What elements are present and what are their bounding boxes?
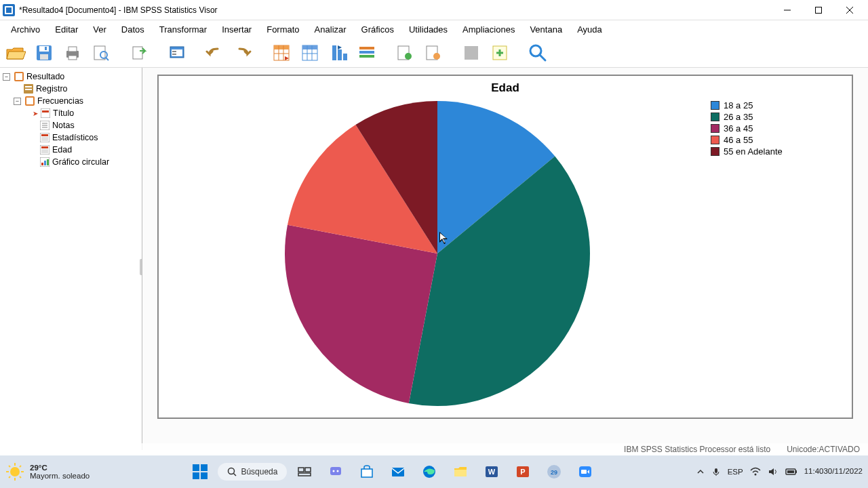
svg-rect-64 <box>41 134 48 136</box>
menu-transformar[interactable]: Transformar <box>153 22 214 37</box>
svg-rect-23 <box>274 45 289 49</box>
outline-sidebar[interactable]: − Resultado Registro − Frecuencias ➤ Tít… <box>0 68 142 450</box>
tree-grafico[interactable]: Gráfico circular <box>1 156 140 168</box>
menu-ayuda[interactable]: Ayuda <box>570 22 609 37</box>
print-button[interactable] <box>61 41 84 64</box>
menu-archivo[interactable]: Archivo <box>4 22 47 37</box>
wifi-icon[interactable] <box>750 467 761 476</box>
explorer-button[interactable] <box>447 458 474 485</box>
legend-label: 36 a 45 <box>724 123 753 134</box>
zoom-button[interactable] <box>572 458 599 485</box>
save-button[interactable] <box>33 41 56 64</box>
menu-ventana[interactable]: Ventana <box>523 22 569 37</box>
legend-item: 55 en Adelante <box>711 146 846 157</box>
svg-rect-89 <box>305 468 311 472</box>
windows-taskbar: 29°C Mayorm. soleado Búsqueda W P 29 ESP… <box>0 455 868 488</box>
unicode-status: Unicode:ACTIVADO <box>787 445 860 454</box>
tree-label: Frecuencias <box>37 96 83 106</box>
svg-line-81 <box>20 466 21 467</box>
menu-ampliaciones[interactable]: Ampliaciones <box>456 22 521 37</box>
svg-rect-85 <box>201 472 208 479</box>
collapse-icon[interactable]: − <box>14 98 21 105</box>
status-bar: IBM SPSS Statistics Processor está listo… <box>0 443 868 455</box>
variables-button[interactable] <box>355 41 378 64</box>
goto-variable-button[interactable] <box>327 41 350 64</box>
menu-insertar[interactable]: Insertar <box>215 22 258 37</box>
goto-case-button[interactable] <box>298 41 321 64</box>
menu-analizar[interactable]: Analizar <box>308 22 353 37</box>
edge-button[interactable] <box>416 458 443 485</box>
tree-label: Estadísticos <box>52 133 98 142</box>
output-icon <box>14 71 24 82</box>
chat-button[interactable] <box>322 458 349 485</box>
select-last-button[interactable] <box>393 41 416 64</box>
svg-rect-35 <box>343 54 347 60</box>
legend-swatch <box>711 113 719 121</box>
language-indicator[interactable]: ESP <box>728 468 743 476</box>
output-viewer[interactable]: Edad 18 a 2526 a 3536 a 4546 a 5555 en A… <box>142 68 868 450</box>
open-button[interactable] <box>4 41 27 64</box>
menu-utilidades[interactable]: Utilidades <box>402 22 454 37</box>
legend-label: 26 a 35 <box>724 112 753 122</box>
search-icon <box>227 467 237 476</box>
clock[interactable]: 11:40 30/11/2022 <box>804 467 863 476</box>
menu-editar[interactable]: Editar <box>48 22 85 37</box>
undo-button[interactable] <box>203 41 226 64</box>
svg-line-87 <box>234 474 237 476</box>
tree-edad[interactable]: Edad <box>1 144 140 156</box>
svg-point-93 <box>337 470 339 472</box>
disabled-button <box>460 41 483 64</box>
close-button[interactable] <box>834 0 865 20</box>
svg-rect-38 <box>359 51 374 54</box>
time: 11:40 <box>804 467 824 476</box>
recall-dialog-button[interactable] <box>165 41 189 64</box>
stats-icon <box>39 132 50 143</box>
svg-rect-10 <box>45 47 47 50</box>
export-button[interactable] <box>127 41 151 64</box>
svg-rect-111 <box>795 470 797 473</box>
weather-desc: Mayorm. soleado <box>30 472 90 480</box>
folder-icon <box>24 96 35 106</box>
find-button[interactable] <box>526 41 549 64</box>
word-button[interactable]: W <box>478 458 505 485</box>
search-label: Búsqueda <box>241 467 277 476</box>
svg-rect-44 <box>465 46 478 60</box>
goto-data-button[interactable] <box>270 41 293 64</box>
tree-titulo[interactable]: ➤ Título <box>1 107 140 119</box>
svg-rect-72 <box>47 159 49 165</box>
tree-notas[interactable]: Notas <box>1 119 140 131</box>
spss-button[interactable]: 29 <box>540 458 568 485</box>
powerpoint-button[interactable]: P <box>509 458 536 485</box>
svg-rect-84 <box>193 472 199 479</box>
chart-frame[interactable]: Edad 18 a 2526 a 3536 a 4546 a 5555 en A… <box>157 75 853 419</box>
temperature: 29°C <box>30 464 90 472</box>
taskbar-search[interactable]: Búsqueda <box>218 463 287 481</box>
weather-widget[interactable]: 29°C Mayorm. soleado <box>5 462 90 481</box>
tree-registro[interactable]: Registro <box>1 83 140 95</box>
battery-icon[interactable] <box>785 468 797 476</box>
menu-ver[interactable]: Ver <box>86 22 113 37</box>
svg-rect-53 <box>25 86 32 87</box>
add-button[interactable] <box>488 41 511 64</box>
task-view-button[interactable] <box>291 458 318 485</box>
maximize-button[interactable] <box>803 0 834 20</box>
menu-datos[interactable]: Datos <box>115 22 151 37</box>
svg-line-16 <box>106 58 108 60</box>
collapse-icon[interactable]: − <box>3 73 10 81</box>
tree-estadisticos[interactable]: Estadísticos <box>1 131 140 144</box>
microphone-icon[interactable] <box>711 467 721 476</box>
tree-frecuencias[interactable]: − Frecuencias <box>1 95 140 107</box>
minimize-button[interactable] <box>772 0 803 20</box>
volume-icon[interactable] <box>768 467 778 476</box>
tree-root[interactable]: − Resultado <box>1 70 140 83</box>
mail-button[interactable] <box>384 458 412 485</box>
designate-window-button[interactable] <box>422 41 445 64</box>
start-button[interactable] <box>186 458 214 485</box>
tray-chevron[interactable] <box>696 468 705 476</box>
menu-graficos[interactable]: Gráficos <box>355 22 401 37</box>
redo-button[interactable] <box>232 41 255 64</box>
store-button[interactable] <box>353 458 380 485</box>
print-preview-button[interactable] <box>90 41 113 64</box>
menu-formato[interactable]: Formato <box>260 22 306 37</box>
notes-icon <box>39 120 50 131</box>
